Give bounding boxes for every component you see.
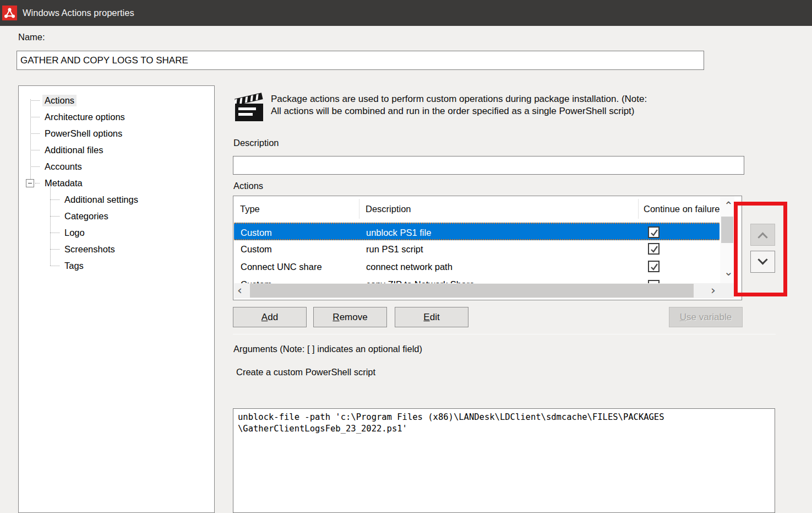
cell-type: Custom [241, 276, 272, 284]
clapperboard-icon [233, 93, 265, 126]
separator-line [233, 334, 776, 334]
edit-button[interactable]: Edit [395, 307, 468, 327]
checkbox-checked-icon[interactable] [648, 261, 660, 272]
tree-item-tags[interactable]: Tags [19, 257, 86, 274]
package-actions-help-text: Package actions are used to perform cust… [271, 93, 766, 117]
tree-connector [30, 150, 40, 150]
name-input[interactable] [17, 51, 704, 70]
add-button[interactable]: Add [233, 307, 307, 327]
cell-type: Connect UNC share [241, 258, 322, 276]
tree-item-logo[interactable]: Logo [19, 224, 87, 241]
arguments-label: Arguments (Note: [ ] indicates an option… [233, 344, 422, 354]
tree-connector [50, 266, 59, 266]
cell-description: unblock PS1 file [366, 224, 431, 241]
tree-item-additional-settings[interactable]: Additional settings [19, 191, 140, 208]
tree-item-label: Actions [42, 95, 77, 106]
tree-item-powershell-options[interactable]: PowerShell options [19, 125, 124, 142]
tree-panel: ActionsArchitecture optionsPowerShell op… [18, 85, 215, 513]
actions-list-label: Actions [233, 181, 263, 191]
description-input[interactable] [233, 156, 744, 175]
vertical-scrollbar[interactable]: ⌃ ⌄ [720, 196, 734, 283]
tree-connector [30, 117, 40, 117]
title-bar: Windows Actions properties [0, 0, 812, 26]
actions-table: Type Description Continue on failure Cus… [233, 196, 742, 300]
tree-connector [50, 199, 59, 200]
tree-connector [30, 100, 40, 101]
windows-actions-properties-dialog: Windows Actions properties Name: Actions… [0, 0, 812, 513]
tree-item-label: Architecture options [42, 111, 127, 123]
tree-item-label: PowerShell options [42, 128, 124, 139]
tree-item-architecture-options[interactable]: Architecture options [19, 109, 127, 125]
tree-connector [50, 216, 59, 217]
tree-item-label: Metadata [42, 177, 85, 189]
column-divider [638, 199, 639, 219]
scroll-right-icon[interactable]: › [711, 285, 716, 295]
remove-button[interactable]: Remove [313, 307, 387, 327]
horizontal-scrollbar[interactable]: ‹ › [234, 283, 734, 298]
vertical-scrollbar-thumb[interactable] [721, 217, 733, 243]
cell-description: connect network path [366, 258, 453, 276]
column-header-description[interactable]: Description [366, 196, 411, 222]
tree-item-label: Additional files [42, 144, 105, 156]
tree-connector [50, 249, 59, 250]
tree-expander-minus-icon[interactable] [26, 179, 34, 187]
tree-item-actions[interactable]: Actions [19, 92, 77, 109]
tree-item-label: Categories [62, 210, 111, 222]
cell-description: copy ZIP to Network Share [366, 276, 475, 284]
tree-item-additional-files[interactable]: Additional files [19, 142, 105, 158]
ivanti-logo-icon [2, 6, 17, 20]
description-label: Description [233, 138, 279, 148]
scroll-up-icon[interactable]: ⌃ [724, 201, 733, 210]
column-header-continue-on-failure[interactable]: Continue on failure [644, 196, 720, 222]
horizontal-scrollbar-thumb[interactable] [250, 284, 694, 298]
table-row[interactable]: Customrun PS1 script [234, 240, 720, 258]
checkbox-checked-icon[interactable] [648, 243, 660, 255]
tree-connector [50, 233, 59, 233]
tree-connector [35, 183, 40, 183]
annotation-highlight-rectangle [734, 202, 787, 296]
table-row[interactable]: Connect UNC shareconnect network path [234, 258, 720, 276]
tree-item-screenshots[interactable]: Screenshots [19, 241, 117, 257]
name-label: Name: [18, 32, 45, 42]
use-variable-button[interactable]: Use variable [669, 307, 743, 327]
table-row[interactable]: Customunblock PS1 file [234, 223, 720, 240]
tree-item-label: Tags [62, 260, 86, 272]
column-header-type[interactable]: Type [240, 196, 260, 222]
scroll-left-icon[interactable]: ‹ [237, 285, 242, 295]
tree-item-label: Logo [62, 227, 87, 239]
powershell-script-textarea[interactable]: unblock-file -path 'c:\Program Files (x8… [233, 408, 775, 513]
cell-type: Custom [241, 224, 272, 241]
cell-type: Custom [241, 240, 272, 258]
tree-connector [30, 133, 40, 134]
tree-item-label: Screenshots [62, 244, 117, 255]
tree-item-metadata[interactable]: Metadata [19, 175, 85, 191]
cell-description: run PS1 script [366, 240, 423, 258]
column-divider [359, 199, 359, 219]
tree-item-categories[interactable]: Categories [19, 208, 111, 224]
table-row[interactable]: Customcopy ZIP to Network Share [234, 276, 720, 284]
tree-item-accounts[interactable]: Accounts [19, 158, 84, 175]
tree-connector [30, 166, 40, 167]
tree-item-label: Additional settings [62, 194, 140, 206]
tree-item-label: Accounts [42, 161, 84, 172]
window-title: Windows Actions properties [23, 0, 134, 26]
checkbox-checked-icon[interactable] [648, 226, 660, 238]
scroll-down-icon[interactable]: ⌄ [724, 267, 733, 277]
arguments-subtitle: Create a custom PowerShell script [236, 367, 375, 377]
